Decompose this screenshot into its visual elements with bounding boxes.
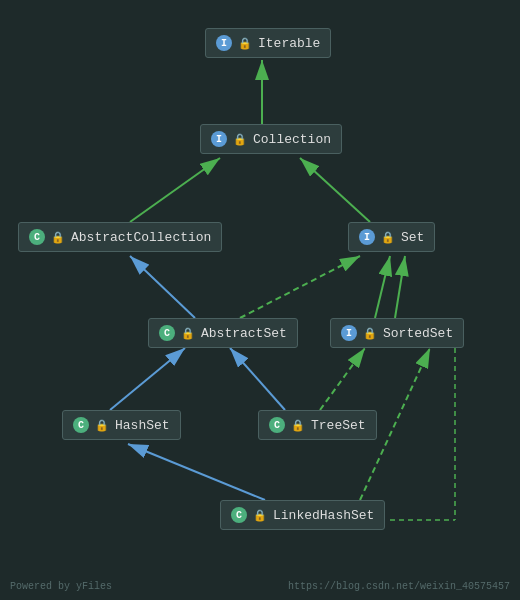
- icon-sortedset: I: [341, 325, 357, 341]
- label-linkedhashset: LinkedHashSet: [273, 508, 374, 523]
- icon-abstractset: C: [159, 325, 175, 341]
- footer-left: Powered by yFiles: [10, 581, 112, 592]
- svg-line-6: [130, 256, 195, 318]
- label-abstractset: AbstractSet: [201, 326, 287, 341]
- icon-iterable: I: [216, 35, 232, 51]
- lock-abstractset: 🔒: [181, 327, 195, 340]
- node-hashset[interactable]: C 🔒 HashSet: [62, 410, 181, 440]
- svg-line-9: [395, 256, 405, 318]
- lock-sortedset: 🔒: [363, 327, 377, 340]
- svg-line-8: [375, 256, 390, 318]
- lock-set: 🔒: [381, 231, 395, 244]
- lock-linkedhashset: 🔒: [253, 509, 267, 522]
- icon-set: I: [359, 229, 375, 245]
- node-abstractset[interactable]: C 🔒 AbstractSet: [148, 318, 298, 348]
- lock-collection: 🔒: [233, 133, 247, 146]
- footer-right: https://blog.csdn.net/weixin_40575457: [288, 581, 510, 592]
- lock-abstractcollection: 🔒: [51, 231, 65, 244]
- svg-line-13: [128, 444, 265, 500]
- label-treeset: TreeSet: [311, 418, 366, 433]
- icon-linkedhashset: C: [231, 507, 247, 523]
- node-iterable[interactable]: I 🔒 Iterable: [205, 28, 331, 58]
- label-hashset: HashSet: [115, 418, 170, 433]
- icon-abstractcollection: C: [29, 229, 45, 245]
- label-iterable: Iterable: [258, 36, 320, 51]
- svg-line-7: [240, 256, 360, 318]
- lock-hashset: 🔒: [95, 419, 109, 432]
- icon-collection: I: [211, 131, 227, 147]
- node-collection[interactable]: I 🔒 Collection: [200, 124, 342, 154]
- svg-line-11: [230, 348, 285, 410]
- node-treeset[interactable]: C 🔒 TreeSet: [258, 410, 377, 440]
- label-abstractcollection: AbstractCollection: [71, 230, 211, 245]
- node-linkedhashset[interactable]: C 🔒 LinkedHashSet: [220, 500, 385, 530]
- icon-treeset: C: [269, 417, 285, 433]
- lock-treeset: 🔒: [291, 419, 305, 432]
- label-collection: Collection: [253, 132, 331, 147]
- label-sortedset: SortedSet: [383, 326, 453, 341]
- icon-hashset: C: [73, 417, 89, 433]
- node-set[interactable]: I 🔒 Set: [348, 222, 435, 252]
- svg-line-4: [130, 158, 220, 222]
- svg-line-10: [110, 348, 185, 410]
- label-set: Set: [401, 230, 424, 245]
- diagram-container: I 🔒 Iterable I 🔒 Collection C 🔒 Abstract…: [0, 0, 520, 600]
- node-sortedset[interactable]: I 🔒 SortedSet: [330, 318, 464, 348]
- lock-iterable: 🔒: [238, 37, 252, 50]
- svg-line-5: [300, 158, 370, 222]
- svg-line-12: [320, 348, 365, 410]
- node-abstractcollection[interactable]: C 🔒 AbstractCollection: [18, 222, 222, 252]
